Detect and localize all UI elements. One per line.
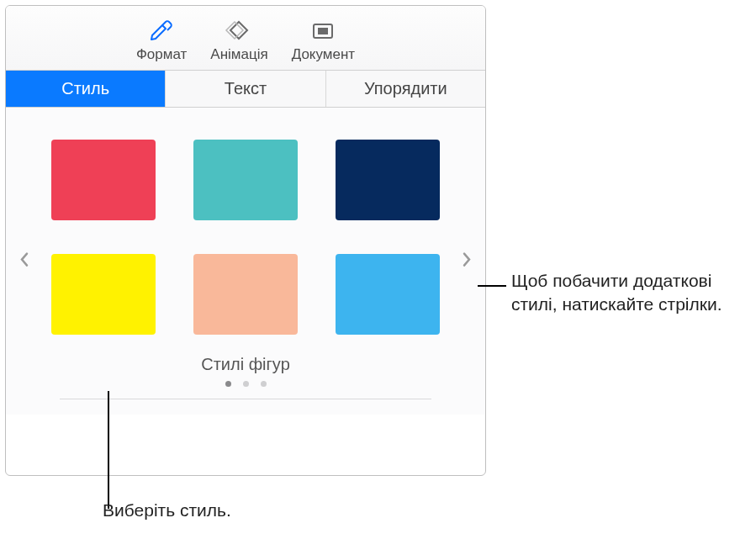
style-swatch-2[interactable]	[336, 140, 440, 220]
style-swatch-4[interactable]	[193, 254, 298, 335]
callout-line-bottom	[108, 391, 109, 509]
shape-styles-label: Стилі фігур	[50, 355, 441, 374]
style-swatch-3[interactable]	[51, 254, 156, 335]
toolbar-format[interactable]: Формат	[136, 18, 187, 63]
tab-style[interactable]: Стиль	[6, 71, 166, 107]
divider	[60, 399, 431, 399]
callout-arrows: Щоб побачити додаткові стилі, натискайте…	[511, 269, 747, 317]
style-swatch-5[interactable]	[336, 254, 440, 335]
tab-arrange[interactable]: Упорядити	[326, 71, 485, 107]
page-dot-0[interactable]	[225, 381, 231, 387]
toolbar-format-label: Формат	[136, 46, 187, 63]
toolbar-document[interactable]: Документ	[292, 18, 355, 63]
pagination-dots	[50, 381, 441, 387]
styles-next-arrow[interactable]	[457, 249, 477, 269]
style-swatch-1[interactable]	[193, 140, 298, 220]
style-swatch-grid	[50, 140, 441, 335]
styles-prev-arrow[interactable]	[14, 249, 34, 269]
format-icon	[146, 18, 177, 43]
style-swatch-0[interactable]	[51, 140, 156, 220]
tab-text[interactable]: Текст	[166, 71, 325, 107]
document-icon	[308, 18, 338, 43]
toolbar: Формат Анімація Документ	[6, 6, 485, 71]
inspector-panel: Формат Анімація Документ Стиль Текст	[5, 5, 486, 476]
toolbar-document-label: Документ	[292, 46, 355, 63]
toolbar-animation[interactable]: Анімація	[210, 18, 267, 63]
page-dot-2[interactable]	[261, 381, 267, 387]
animation-icon	[224, 18, 254, 43]
svg-rect-1	[318, 28, 328, 34]
tabs: Стиль Текст Упорядити	[6, 71, 485, 108]
page-dot-1[interactable]	[243, 381, 249, 387]
shape-styles-area: Стилі фігур	[6, 108, 485, 415]
toolbar-animation-label: Анімація	[210, 46, 267, 63]
callout-line-right	[478, 285, 506, 287]
callout-select-style: Виберіть стиль.	[103, 499, 231, 522]
